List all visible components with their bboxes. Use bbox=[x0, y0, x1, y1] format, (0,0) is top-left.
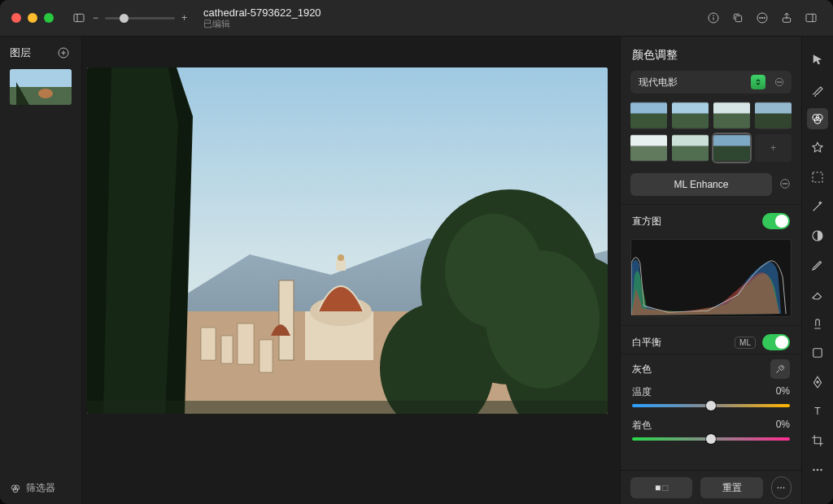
svg-point-71 bbox=[783, 487, 785, 489]
toggle-right-panel-button[interactable] bbox=[800, 7, 822, 28]
svg-point-19 bbox=[38, 89, 53, 98]
tool-color-adjust[interactable] bbox=[807, 108, 828, 129]
tool-magic-wand[interactable] bbox=[807, 196, 828, 217]
tool-clone[interactable] bbox=[807, 313, 828, 334]
preset-thumb-5[interactable] bbox=[630, 134, 667, 162]
tool-pen[interactable] bbox=[807, 371, 828, 393]
tool-marquee[interactable] bbox=[807, 167, 828, 188]
preset-thumb-2[interactable] bbox=[672, 102, 709, 129]
zoom-plus[interactable]: + bbox=[181, 12, 187, 24]
minimize-window[interactable] bbox=[28, 13, 37, 23]
ellipsis-circle-icon bbox=[778, 177, 792, 190]
layer-thumb-image bbox=[10, 69, 72, 105]
pencil-icon bbox=[810, 258, 825, 272]
reset-button[interactable]: 重置 bbox=[700, 477, 762, 498]
temperature-label: 温度 bbox=[632, 385, 652, 399]
preset-stepper[interactable] bbox=[751, 75, 765, 89]
tool-more[interactable] bbox=[807, 459, 828, 480]
ml-enhance-button[interactable]: ML Enhance bbox=[630, 173, 772, 196]
tool-crop[interactable] bbox=[807, 430, 828, 451]
close-window[interactable] bbox=[11, 13, 21, 23]
preset-thumb-3[interactable] bbox=[713, 102, 750, 129]
plus-circle-icon bbox=[57, 46, 70, 59]
preset-thumb-7[interactable] bbox=[713, 134, 750, 162]
share-button[interactable] bbox=[776, 7, 797, 28]
svg-rect-57 bbox=[755, 102, 792, 114]
layer-thumbnail[interactable] bbox=[10, 69, 72, 105]
fullscreen-window[interactable] bbox=[44, 13, 54, 23]
toggle-sidebar-button[interactable] bbox=[68, 7, 89, 28]
svg-rect-38 bbox=[279, 280, 294, 360]
adjust-title: 颜色调整 bbox=[621, 37, 801, 71]
preset-more[interactable] bbox=[772, 75, 787, 89]
svg-rect-46 bbox=[87, 401, 608, 414]
ml-more[interactable] bbox=[778, 177, 792, 193]
text-icon: T bbox=[810, 404, 825, 419]
main-image bbox=[87, 67, 608, 414]
eraser-icon bbox=[810, 287, 825, 302]
svg-point-43 bbox=[486, 250, 600, 389]
image-svg bbox=[87, 67, 608, 414]
white-balance-toggle[interactable] bbox=[762, 334, 790, 350]
tint-slider[interactable]: 着色 0% bbox=[632, 419, 790, 441]
svg-point-37 bbox=[338, 254, 344, 261]
tint-label: 着色 bbox=[632, 419, 652, 432]
wand-icon bbox=[810, 199, 825, 214]
tool-pointer[interactable] bbox=[807, 50, 828, 71]
tool-text[interactable]: T bbox=[807, 401, 828, 422]
preset-thumb-1[interactable] bbox=[630, 102, 667, 129]
layer-filter-button[interactable]: 筛选器 bbox=[0, 471, 81, 504]
histogram-toggle[interactable] bbox=[762, 213, 790, 229]
temperature-slider[interactable]: 温度 0% bbox=[632, 385, 790, 407]
zoom-track[interactable] bbox=[105, 17, 175, 20]
svg-text:T: T bbox=[814, 406, 821, 417]
panel-icon bbox=[805, 11, 818, 24]
preset-selector[interactable]: 现代电影 bbox=[630, 71, 792, 93]
tool-strip: T bbox=[801, 37, 833, 504]
brush-icon bbox=[810, 82, 825, 97]
tool-pencil[interactable] bbox=[807, 254, 828, 276]
info-icon bbox=[707, 11, 720, 24]
footer-more[interactable] bbox=[771, 476, 792, 499]
ellipsis-icon bbox=[810, 463, 825, 477]
tool-eraser[interactable] bbox=[807, 284, 828, 305]
more-circle-icon bbox=[756, 11, 769, 24]
svg-rect-52 bbox=[630, 114, 667, 128]
zoom-knob[interactable] bbox=[120, 14, 129, 23]
star-icon bbox=[810, 141, 825, 155]
eyedropper-button[interactable] bbox=[770, 359, 790, 379]
tool-gradient[interactable] bbox=[807, 225, 828, 246]
preset-thumb-6[interactable] bbox=[672, 134, 709, 162]
svg-rect-60 bbox=[630, 146, 667, 161]
shape-icon bbox=[810, 345, 825, 360]
temperature-knob[interactable] bbox=[706, 401, 716, 411]
tool-shape[interactable] bbox=[807, 342, 828, 363]
svg-rect-56 bbox=[713, 114, 750, 128]
ml-chip[interactable]: ML bbox=[735, 337, 756, 349]
actions-button[interactable] bbox=[752, 7, 773, 28]
info-button[interactable] bbox=[703, 7, 724, 28]
zoom-minus[interactable]: − bbox=[93, 12, 98, 24]
app-window: − + cathedral-5793622_1920 已编辑 bbox=[0, 0, 833, 504]
canvas-area[interactable] bbox=[82, 37, 620, 504]
filename: cathedral-5793622_1920 bbox=[203, 7, 321, 20]
svg-rect-36 bbox=[336, 259, 346, 271]
svg-rect-54 bbox=[672, 114, 709, 128]
gradient-icon bbox=[810, 228, 825, 243]
tint-value: 0% bbox=[776, 419, 790, 432]
filter-label: 筛选器 bbox=[26, 481, 55, 495]
compare-split-button[interactable]: ■ □ bbox=[630, 477, 692, 498]
preset-label: 现代电影 bbox=[639, 76, 749, 89]
crop-icon bbox=[810, 433, 825, 448]
preset-thumb-4[interactable] bbox=[755, 102, 792, 129]
tool-brush[interactable] bbox=[807, 79, 828, 100]
svg-point-80 bbox=[813, 469, 814, 471]
duplicate-button[interactable] bbox=[727, 7, 748, 28]
preset-add[interactable]: + bbox=[755, 134, 792, 162]
svg-rect-58 bbox=[755, 114, 792, 128]
zoom-slider[interactable]: − + bbox=[93, 12, 187, 24]
tint-knob[interactable] bbox=[706, 434, 716, 444]
svg-rect-51 bbox=[630, 102, 667, 114]
tool-effects[interactable] bbox=[807, 137, 828, 159]
add-layer-button[interactable] bbox=[55, 45, 72, 61]
